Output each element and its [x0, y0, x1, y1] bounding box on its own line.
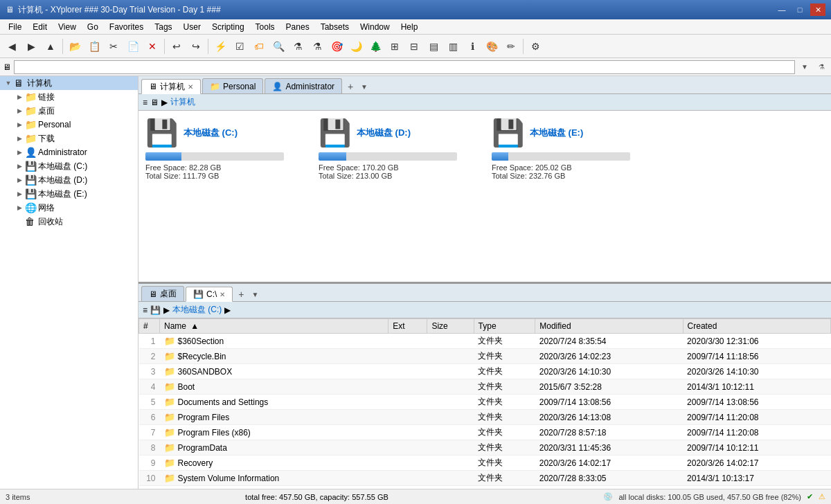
redo-button[interactable]: ↪	[187, 37, 205, 55]
sidebar-item-e[interactable]: ▶ 💾 本地磁盘 (E:)	[0, 187, 138, 201]
delete-button[interactable]: ✕	[143, 37, 161, 55]
bottom-breadcrumb-c[interactable]: 本地磁盘 (C:)	[172, 304, 222, 316]
tab-close-c[interactable]: ✕	[220, 291, 225, 298]
tree-button[interactable]: 🌲	[366, 37, 384, 55]
palette-button[interactable]: 🎨	[483, 37, 501, 55]
maximize-button[interactable]: □	[792, 3, 807, 16]
table-row[interactable]: 4 📁Boot 文件夹 2015/6/7 3:52:28 2014/3/1 10…	[139, 379, 831, 395]
expand-icon[interactable]: ▼	[3, 78, 14, 89]
sidebar-item-personal[interactable]: ▶ 📁 Personal	[0, 118, 138, 132]
table-row[interactable]: 9 📁Recovery 文件夹 2020/3/26 14:02:17 2020/…	[139, 456, 831, 471]
sidebar-item-links[interactable]: ▶ 📁 链接	[0, 90, 138, 104]
expand-icon[interactable]: ▶	[14, 174, 25, 186]
address-filter[interactable]: ⚗	[814, 60, 828, 74]
tag-button[interactable]: 🏷	[250, 37, 268, 55]
sidebar-item-trash[interactable]: ▶ 🗑 回收站	[0, 215, 138, 228]
tab-computer[interactable]: 🖥 计算机 ✕	[141, 79, 201, 94]
search-button[interactable]: 🔍	[269, 37, 287, 55]
col-size[interactable]: Size	[427, 319, 474, 334]
sidebar-item-downloads[interactable]: ▶ 📁 下载	[0, 132, 138, 145]
menu-item-window[interactable]: Window	[355, 19, 395, 34]
menu-item-help[interactable]: Help	[395, 19, 424, 34]
pen-button[interactable]: ✏	[502, 37, 520, 55]
forward-button[interactable]: ▶	[22, 37, 40, 55]
select-all-button[interactable]: ☑	[231, 37, 249, 55]
settings-button[interactable]: ⚙	[526, 37, 544, 55]
moon-button[interactable]: 🌙	[347, 37, 365, 55]
table-row[interactable]: 2 📁$Recycle.Bin 文件夹 2020/3/26 14:02:23 2…	[139, 349, 831, 364]
copy-button[interactable]: 📄	[124, 37, 142, 55]
menu-item-scripting[interactable]: Scripting	[206, 19, 250, 34]
tab-personal[interactable]: 📁 Personal	[202, 78, 263, 93]
filter2-button[interactable]: ⚗	[308, 37, 326, 55]
menu-item-panes[interactable]: Panes	[280, 19, 315, 34]
grid2-button[interactable]: ⊟	[405, 37, 423, 55]
table-row[interactable]: 8 📁ProgramData 文件夹 2020/3/31 11:45:36 20…	[139, 440, 831, 456]
drive-item-0[interactable]: 💾 本地磁盘 (C:) Free Space: 82.28 GB Total S…	[145, 118, 298, 275]
expand-icon[interactable]: ▶	[14, 119, 25, 130]
bottom-tab-dropdown[interactable]: ▼	[248, 287, 262, 301]
menu-item-favorites[interactable]: Favorites	[104, 19, 149, 34]
tab-admin[interactable]: 👤 Administrator	[265, 78, 342, 93]
sidebar-item-d[interactable]: ▶ 💾 本地磁盘 (D:)	[0, 173, 138, 187]
undo-button[interactable]: ↩	[168, 37, 186, 55]
new-folder-button[interactable]: 📋	[85, 37, 103, 55]
table-row[interactable]: 7 📁Program Files (x86) 文件夹 2020/7/28 8:5…	[139, 425, 831, 440]
breadcrumb-computer[interactable]: 计算机	[170, 96, 195, 108]
expand-icon[interactable]: ▶	[14, 147, 25, 158]
expand-icon[interactable]: ▶	[14, 105, 25, 116]
drive-header-2[interactable]: 💾 本地磁盘 (E:)	[492, 118, 583, 148]
tab-c-drive[interactable]: 💾 C:\ ✕	[186, 287, 233, 302]
cut-button[interactable]: ✂	[105, 37, 123, 55]
table-row[interactable]: 10 📁System Volume Information 文件夹 2020/7…	[139, 471, 831, 486]
table-row[interactable]: 5 📁Documents and Settings 文件夹 2009/7/14 …	[139, 395, 831, 410]
tab-close-computer[interactable]: ✕	[188, 83, 193, 91]
sync-button[interactable]: ⚡	[211, 37, 229, 55]
tab-add-button[interactable]: +	[343, 80, 357, 93]
expand-icon[interactable]: ▶	[14, 202, 25, 213]
col-num[interactable]: #	[139, 319, 160, 334]
grid4-button[interactable]: ▥	[444, 37, 462, 55]
grid1-button[interactable]: ⊞	[386, 37, 404, 55]
col-modified[interactable]: Modified	[535, 319, 683, 334]
bottom-tab-add[interactable]: +	[234, 287, 248, 301]
table-row[interactable]: 3 📁360SANDBOX 文件夹 2020/3/26 14:10:30 202…	[139, 364, 831, 379]
grid3-button[interactable]: ▤	[425, 37, 443, 55]
menu-item-view[interactable]: View	[53, 19, 82, 34]
col-created[interactable]: Created	[683, 319, 830, 334]
menu-item-go[interactable]: Go	[82, 19, 104, 34]
sidebar-item-network[interactable]: ▶ 🌐 网络	[0, 201, 138, 215]
browse-button[interactable]: 📂	[66, 37, 84, 55]
drive-item-1[interactable]: 💾 本地磁盘 (D:) Free Space: 170.20 GB Total …	[319, 118, 471, 275]
color-button[interactable]: 🎯	[328, 37, 346, 55]
expand-icon[interactable]: ▶	[14, 188, 25, 199]
sidebar-item-desktop[interactable]: ▶ 📁 桌面	[0, 104, 138, 118]
sidebar-item-admin[interactable]: ▶ 👤 Administrator	[0, 145, 138, 159]
col-type[interactable]: Type	[474, 319, 535, 334]
sidebar-item-c[interactable]: ▶ 💾 本地磁盘 (C:)	[0, 159, 138, 173]
col-name[interactable]: Name ▲	[160, 319, 388, 334]
address-dropdown[interactable]: ▼	[798, 60, 812, 74]
back-button[interactable]: ◀	[3, 37, 21, 55]
tab-dropdown-button[interactable]: ▼	[357, 80, 371, 93]
menu-item-tabsets[interactable]: Tabsets	[315, 19, 355, 34]
filter-button[interactable]: ⚗	[289, 37, 307, 55]
address-input[interactable]: 计算机	[14, 60, 795, 74]
up-button[interactable]: ▲	[42, 37, 60, 55]
sidebar-item-computer[interactable]: ▼ 🖥 计算机	[0, 76, 138, 90]
minimize-button[interactable]: —	[774, 3, 789, 16]
menu-item-tags[interactable]: Tags	[149, 19, 177, 34]
breadcrumb-menu-icon[interactable]: ≡	[143, 98, 148, 107]
drive-header-0[interactable]: 💾 本地磁盘 (C:)	[145, 118, 238, 148]
menu-item-user[interactable]: User	[178, 19, 206, 34]
drive-header-1[interactable]: 💾 本地磁盘 (D:)	[319, 118, 411, 148]
col-ext[interactable]: Ext	[388, 319, 427, 334]
drive-item-2[interactable]: 💾 本地磁盘 (E:) Free Space: 205.02 GB Total …	[492, 118, 644, 275]
expand-icon[interactable]: ▶	[14, 161, 25, 172]
expand-icon[interactable]: ▶	[14, 91, 25, 102]
menu-item-tools[interactable]: Tools	[250, 19, 280, 34]
expand-icon[interactable]: ▶	[14, 133, 25, 144]
table-row[interactable]: 1 📁$360Section 文件夹 2020/7/24 8:35:54 202…	[139, 334, 831, 349]
info-button[interactable]: ℹ	[463, 37, 481, 55]
table-row[interactable]: 6 📁Program Files 文件夹 2020/3/26 14:13:08 …	[139, 410, 831, 425]
